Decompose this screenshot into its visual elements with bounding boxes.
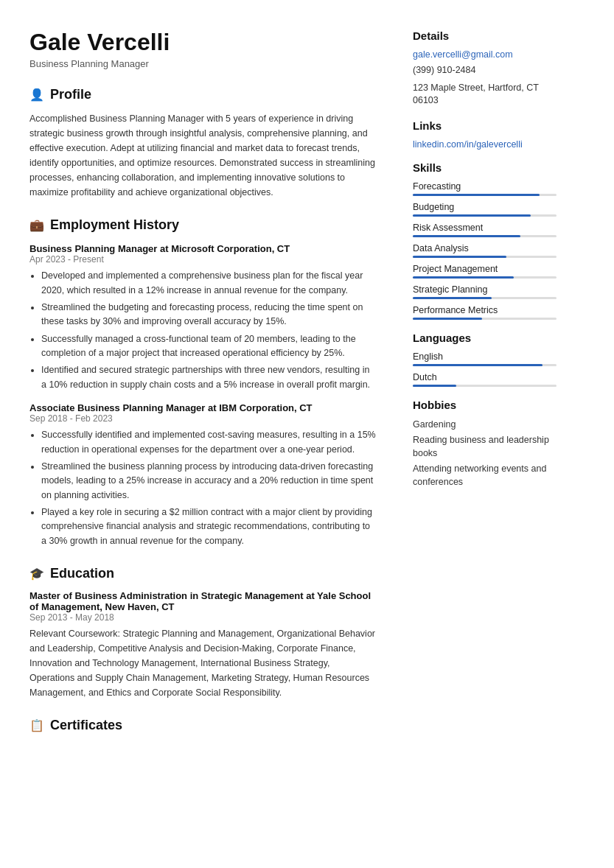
language-label: English — [413, 351, 557, 362]
employment-section-title: Employment History — [50, 217, 179, 233]
skill-bar-bg — [413, 235, 557, 237]
skill-bar-bg — [413, 194, 557, 196]
edu-coursework: Relevant Coursework: Strategic Planning … — [29, 626, 376, 700]
skill-bar-bg — [413, 256, 557, 258]
profile-icon: 👤 — [29, 88, 44, 102]
employment-section: 💼 Employment History Business Planning M… — [29, 217, 376, 548]
language-bar-fill — [413, 385, 456, 387]
language-item: English — [413, 351, 557, 366]
bullet-item: Identified and secured strategic partner… — [41, 363, 376, 392]
education-section-title: Education — [50, 566, 114, 581]
skill-item: Forecasting — [413, 181, 557, 196]
profile-text: Accomplished Business Planning Manager w… — [29, 111, 376, 200]
details-title: Details — [413, 29, 557, 42]
candidate-title: Business Planning Manager — [29, 58, 376, 69]
header-block: Gale Vercelli Business Planning Manager — [29, 29, 376, 69]
job-bullets-1: Developed and implemented a comprehensiv… — [41, 269, 376, 392]
skill-item: Strategic Planning — [413, 284, 557, 299]
skills-list: Forecasting Budgeting Risk Assessment Da… — [413, 181, 557, 320]
hobbies-title: Hobbies — [413, 399, 557, 411]
job-title-2: Associate Business Planning Manager at I… — [29, 402, 376, 413]
education-entry: Master of Business Administration in Str… — [29, 590, 376, 700]
skill-bar-fill — [413, 194, 540, 196]
skill-item: Performance Metrics — [413, 305, 557, 320]
candidate-name: Gale Vercelli — [29, 29, 376, 55]
bullet-item: Successfully managed a cross-functional … — [41, 332, 376, 361]
language-bar-bg — [413, 364, 557, 366]
skill-bar-bg — [413, 276, 557, 279]
skill-bar-bg — [413, 318, 557, 320]
job-item: Business Planning Manager at Microsoft C… — [29, 243, 376, 392]
skill-bar-fill — [413, 318, 482, 320]
skill-bar-bg — [413, 297, 557, 299]
skill-item: Project Management — [413, 264, 557, 279]
employment-icon: 💼 — [29, 218, 44, 232]
hobby-item: Gardening — [413, 419, 557, 432]
skill-item: Risk Assessment — [413, 223, 557, 237]
languages-section: Languages English Dutch — [413, 332, 557, 387]
skill-bar-bg — [413, 214, 557, 217]
skill-label: Performance Metrics — [413, 305, 557, 315]
certificates-section: 📋 Certificates — [29, 718, 376, 733]
profile-section-title: Profile — [50, 87, 91, 102]
bullet-item: Successfully identified and implemented … — [41, 428, 376, 457]
skill-item: Data Analysis — [413, 243, 557, 258]
edu-date: Sep 2013 - May 2018 — [29, 612, 376, 623]
phone-text: (399) 910-2484 — [413, 64, 557, 77]
hobby-item: Reading business and leadership books — [413, 434, 557, 460]
profile-section: 👤 Profile Accomplished Business Planning… — [29, 87, 376, 200]
skill-bar-fill — [413, 235, 520, 237]
languages-title: Languages — [413, 332, 557, 344]
bullet-item: Played a key role in securing a $2 milli… — [41, 505, 376, 548]
skill-bar-fill — [413, 276, 514, 279]
job-title-1: Business Planning Manager at Microsoft C… — [29, 243, 376, 254]
bullet-item: Streamlined the budgeting and forecastin… — [41, 301, 376, 329]
language-item: Dutch — [413, 372, 557, 387]
language-bar-bg — [413, 385, 557, 387]
details-section: Details gale.vercelli@gmail.com (399) 91… — [413, 29, 557, 108]
links-title: Links — [413, 119, 557, 132]
skill-bar-fill — [413, 297, 492, 299]
hobbies-list: GardeningReading business and leadership… — [413, 419, 557, 489]
skill-label: Forecasting — [413, 181, 557, 192]
links-section: Links linkedin.com/in/galevercelli — [413, 119, 557, 150]
certificates-icon: 📋 — [29, 718, 44, 732]
job-item: Associate Business Planning Manager at I… — [29, 402, 376, 548]
skill-bar-fill — [413, 214, 531, 217]
skills-section: Skills Forecasting Budgeting Risk Assess… — [413, 161, 557, 320]
skills-title: Skills — [413, 161, 557, 174]
skill-label: Budgeting — [413, 202, 557, 212]
skill-label: Strategic Planning — [413, 284, 557, 295]
email-link[interactable]: gale.vercelli@gmail.com — [413, 49, 557, 60]
certificates-section-title: Certificates — [50, 718, 122, 733]
hobbies-section: Hobbies GardeningReading business and le… — [413, 399, 557, 489]
language-bar-fill — [413, 364, 543, 366]
education-icon: 🎓 — [29, 567, 44, 581]
job-date-2: Sep 2018 - Feb 2023 — [29, 413, 376, 424]
education-section: 🎓 Education Master of Business Administr… — [29, 566, 376, 700]
language-label: Dutch — [413, 372, 557, 382]
job-date-1: Apr 2023 - Present — [29, 254, 376, 265]
skill-bar-fill — [413, 256, 506, 258]
skill-label: Project Management — [413, 264, 557, 274]
skill-label: Data Analysis — [413, 243, 557, 253]
job-bullets-2: Successfully identified and implemented … — [41, 428, 376, 548]
hobby-item: Attending networking events and conferen… — [413, 463, 557, 489]
linkedin-link[interactable]: linkedin.com/in/galevercelli — [413, 139, 557, 150]
edu-degree-title: Master of Business Administration in Str… — [29, 590, 376, 612]
skill-item: Budgeting — [413, 202, 557, 217]
bullet-item: Developed and implemented a comprehensiv… — [41, 269, 376, 298]
languages-list: English Dutch — [413, 351, 557, 387]
address-text: 123 Maple Street, Hartford, CT 06103 — [413, 82, 557, 108]
skill-label: Risk Assessment — [413, 223, 557, 233]
bullet-item: Streamlined the business planning proces… — [41, 460, 376, 503]
